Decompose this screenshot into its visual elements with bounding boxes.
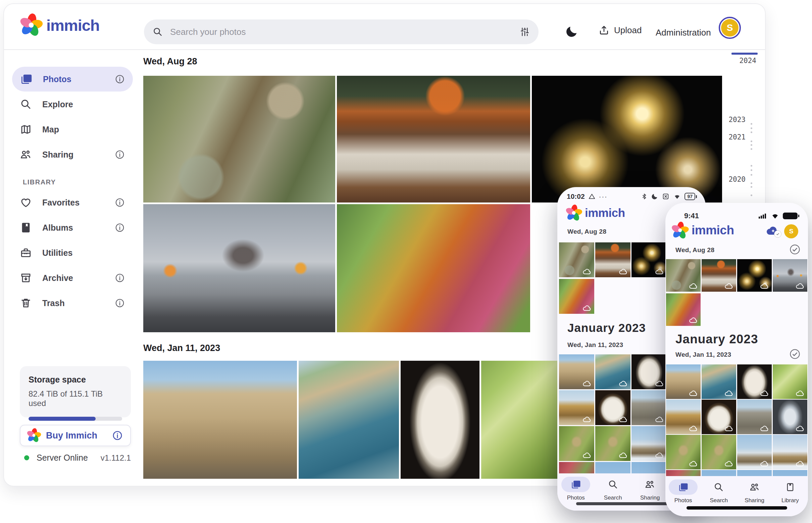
- photo-lizard1[interactable]: [559, 426, 594, 461]
- photo-hands[interactable]: [773, 259, 807, 292]
- buy-immich-button[interactable]: Buy Immich: [20, 425, 131, 446]
- sidebar-item-sharing[interactable]: Sharing: [12, 142, 133, 167]
- photo-monkeys[interactable]: [143, 76, 335, 202]
- photo-sculpt2[interactable]: [702, 400, 736, 434]
- photo-fortress[interactable]: [559, 354, 594, 389]
- photo-silver[interactable]: [773, 400, 807, 434]
- select-all-check-icon[interactable]: [789, 348, 800, 360]
- photo-cliff[interactable]: [559, 390, 594, 425]
- info-icon[interactable]: [115, 298, 125, 308]
- bottom-navigation: Photos Search Sharing Library: [666, 476, 808, 516]
- nav-label: Sharing: [640, 494, 660, 501]
- active-pill: [669, 480, 697, 495]
- photo-dinner[interactable]: [337, 76, 530, 202]
- photo-dinner[interactable]: [595, 242, 630, 277]
- immich-logo[interactable]: immich: [21, 15, 100, 35]
- nav-label: Library: [781, 497, 799, 504]
- sidebar-item-favorites[interactable]: Favorites: [12, 190, 133, 215]
- photo-hands[interactable]: [143, 204, 335, 332]
- sidebar-item-photos[interactable]: Photos: [12, 67, 133, 92]
- photo-fireworks[interactable]: [737, 259, 772, 292]
- immich-logo: immich: [567, 206, 625, 220]
- nav-item-library[interactable]: Library: [773, 476, 808, 516]
- photo-lizard2[interactable]: [702, 435, 736, 469]
- user-avatar[interactable]: S: [784, 224, 798, 238]
- photo-monkeys[interactable]: [559, 242, 594, 277]
- photo-row: [143, 76, 722, 202]
- photo-church[interactable]: [632, 426, 667, 461]
- photo-church[interactable]: [737, 435, 772, 469]
- select-all-check-icon[interactable]: [789, 244, 800, 255]
- nav-item-search[interactable]: Search: [701, 476, 737, 516]
- scrubber-position-indicator[interactable]: [731, 53, 758, 55]
- photo-autumn[interactable]: [337, 204, 530, 332]
- photo-bust[interactable]: [401, 361, 480, 479]
- cloud-backup-icon: [583, 416, 591, 422]
- photo-ruins[interactable]: [632, 390, 667, 425]
- sidebar-item-trash[interactable]: Trash: [12, 291, 133, 315]
- photo-fireworks[interactable]: [632, 242, 667, 277]
- sidebar-item-map[interactable]: Map: [12, 117, 133, 142]
- date-group-header: Wed, Aug 28: [675, 247, 714, 254]
- photo-fireworks[interactable]: [532, 76, 722, 202]
- sidebar-item-albums[interactable]: Albums: [12, 215, 133, 240]
- photo-coast[interactable]: [702, 364, 736, 399]
- sidebar-item-explore[interactable]: Explore: [12, 92, 133, 117]
- administration-link[interactable]: Administration: [656, 28, 711, 38]
- upload-button[interactable]: Upload: [599, 25, 642, 36]
- status-time: 10:02: [567, 193, 585, 200]
- storage-progress-bar: [29, 417, 122, 421]
- sharing-icon: [20, 149, 32, 160]
- photo-bust[interactable]: [737, 364, 772, 399]
- no-sim-icon: [662, 193, 670, 200]
- photo-cliff[interactable]: [666, 400, 701, 434]
- search-icon: [608, 480, 618, 489]
- photo-coast[interactable]: [299, 361, 399, 479]
- sidebar-item-label: Trash: [42, 299, 65, 308]
- photo-fortress[interactable]: [143, 361, 297, 479]
- photo-fortress[interactable]: [666, 364, 701, 399]
- photo-sculpt2[interactable]: [595, 390, 630, 425]
- photo-monkeys[interactable]: [666, 259, 701, 292]
- sidebar-item-archive[interactable]: Archive: [12, 266, 133, 290]
- sidebar-item-label: Explore: [42, 100, 73, 109]
- photo-bust[interactable]: [632, 354, 667, 389]
- toolbox-icon: [20, 247, 32, 258]
- info-icon[interactable]: [115, 149, 125, 160]
- photo-autumn[interactable]: [666, 293, 701, 326]
- iphone-mockup: 9:41 immich S Wed, Aug 28 January 2023 W…: [666, 203, 808, 516]
- photo-coast[interactable]: [595, 354, 630, 389]
- photo-farm[interactable]: [773, 435, 807, 469]
- library-heading: LIBRARY: [23, 178, 136, 186]
- cloud-backup-icon: [583, 380, 591, 386]
- info-icon[interactable]: [115, 222, 125, 233]
- sidebar-item-utilities[interactable]: Utilities: [12, 240, 133, 265]
- photo-lizard2[interactable]: [595, 426, 630, 461]
- date-group-header: Wed, Aug 28: [567, 228, 606, 235]
- nav-item-sharing[interactable]: Sharing: [737, 476, 773, 516]
- storage-usage: 82.4 TiB of 115.1 TiB used: [29, 389, 122, 408]
- cloud-backup-icon: [724, 461, 733, 467]
- avatar-initial: S: [721, 19, 739, 37]
- info-icon[interactable]: [115, 74, 125, 84]
- photo-berries[interactable]: [481, 361, 559, 479]
- photo-berries[interactable]: [773, 364, 807, 399]
- battery-icon: [783, 213, 799, 219]
- dark-mode-toggle[interactable]: [565, 25, 578, 38]
- photo-autumn[interactable]: [559, 279, 594, 314]
- cloud-backup-icon: [583, 452, 591, 458]
- photo-dinner[interactable]: [702, 259, 736, 292]
- cloud-backup-icon: [655, 452, 664, 458]
- status-time: 9:41: [684, 212, 699, 220]
- info-icon[interactable]: [115, 197, 125, 208]
- search-input[interactable]: Search your photos: [144, 19, 538, 44]
- info-icon[interactable]: [112, 430, 123, 441]
- photo-lizard1[interactable]: [666, 435, 701, 469]
- backup-cloud-icon[interactable]: [766, 225, 780, 236]
- user-avatar[interactable]: S: [719, 17, 741, 39]
- upload-icon: [599, 25, 609, 36]
- nav-item-photos[interactable]: Photos: [666, 476, 701, 516]
- photo-ruins[interactable]: [737, 400, 772, 434]
- search-filters-icon[interactable]: [520, 27, 530, 37]
- info-icon[interactable]: [115, 273, 125, 283]
